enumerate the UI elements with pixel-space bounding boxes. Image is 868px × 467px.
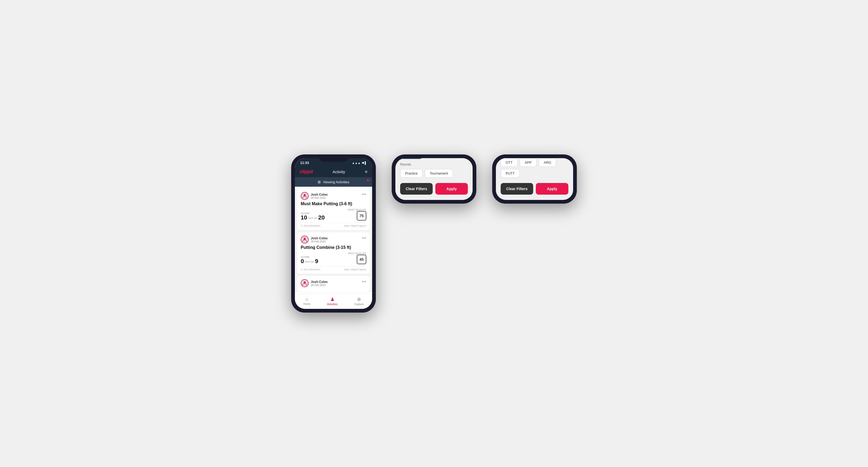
user-date-3: 28 Feb 2023 bbox=[311, 284, 328, 287]
apply-btn-2[interactable]: Apply bbox=[435, 183, 468, 195]
bottom-nav-1: ⌂ Home ♟ Activities ⊕ Capture bbox=[295, 294, 372, 309]
nav-activities-1[interactable]: ♟ Activities bbox=[327, 297, 338, 306]
apply-btn-3[interactable]: Apply bbox=[536, 183, 568, 195]
user-meta-1: Josh Coles 28 Feb 2023 bbox=[311, 193, 328, 199]
avatar-1 bbox=[301, 192, 309, 200]
phone-1-screen: 11:33 ▲▲▲ ◀ ▌ clippd Activity ≡ ⊞ Viewin… bbox=[295, 158, 372, 309]
footer-left-1: ⊙ Test Information bbox=[301, 224, 320, 227]
filter-overlay-3: Filter ✕ Show Rounds Practice Drills Pra… bbox=[496, 158, 573, 200]
card-header-1: Josh Coles 28 Feb 2023 ••• bbox=[301, 192, 366, 200]
time-1: 11:33 bbox=[300, 161, 309, 165]
footer-right-1: Data: Clippd Capture bbox=[344, 224, 366, 227]
avatar-3 bbox=[301, 279, 309, 287]
shot-quality-label-2: Shot Quality bbox=[348, 252, 366, 255]
outof-1: OUT OF bbox=[308, 217, 317, 221]
footer-left-2: ⊙ Test Information bbox=[301, 268, 320, 271]
filter-actions-2: Clear Filters Apply bbox=[395, 178, 473, 195]
viewing-bar-1[interactable]: ⊞ Viewing Activities bbox=[295, 177, 372, 187]
notch-1 bbox=[319, 154, 348, 162]
user-name-1: Josh Coles bbox=[311, 193, 328, 196]
shot-quality-badge-2: 45 bbox=[357, 255, 366, 264]
show-practice-drills-btn-2[interactable]: Practice Drills bbox=[424, 158, 455, 159]
phone-2-screen: 11:33 ▲▲▲ ◀ ▌ clippd Activity ≡ ⊞ Viewin… bbox=[395, 158, 473, 200]
phone-1: 11:33 ▲▲▲ ◀ ▌ clippd Activity ≡ ⊞ Viewin… bbox=[291, 154, 376, 313]
more-icon-3[interactable]: ••• bbox=[362, 279, 366, 284]
stat-group-score-2: Score 0 OUT OF 9 bbox=[301, 256, 318, 264]
user-info-1: Josh Coles 28 Feb 2023 bbox=[301, 192, 328, 200]
home-label-1: Home bbox=[303, 303, 310, 305]
nav-capture-1[interactable]: ⊕ Capture bbox=[354, 297, 364, 306]
shot-quality-badge-1: 75 bbox=[357, 211, 366, 221]
home-icon-1: ⌂ bbox=[306, 297, 308, 302]
card-header-3: Josh Coles 28 Feb 2023 ••• bbox=[301, 279, 366, 287]
filter-overlay-2: Filter ✕ Show Rounds Practice Drills Rou… bbox=[395, 158, 473, 200]
user-meta-2: Josh Coles 28 Feb 2023 bbox=[311, 237, 328, 243]
capture-label-1: Capture bbox=[354, 303, 364, 306]
svg-point-0 bbox=[304, 194, 306, 196]
header-title-1: Activity bbox=[333, 169, 345, 174]
rounds-practice-btn-2[interactable]: Practice bbox=[400, 169, 423, 178]
filter-sheet-3: Filter ✕ Show Rounds Practice Drills Pra… bbox=[496, 158, 573, 200]
user-meta-3: Josh Coles 28 Feb 2023 bbox=[311, 280, 328, 287]
activity-title-2: Putting Combine (3-15 ft) bbox=[301, 245, 366, 250]
card-header-2: Josh Coles 28 Feb 2023 ••• bbox=[301, 236, 366, 244]
nav-home-1[interactable]: ⌂ Home bbox=[303, 297, 310, 306]
signal-icon: ▲▲▲ bbox=[352, 161, 361, 164]
filter-actions-3: Clear Filters Apply bbox=[496, 178, 573, 195]
user-name-2: Josh Coles bbox=[311, 237, 328, 240]
activity-card-1: Josh Coles 28 Feb 2023 ••• Must Make Put… bbox=[297, 189, 370, 230]
stats-row-1: Score 10 OUT OF 20 Shot Quality 75 bbox=[301, 208, 366, 221]
drill-putt-btn-3[interactable]: PUTT bbox=[501, 169, 520, 178]
total-value-2: 9 bbox=[315, 258, 318, 264]
filter-section-drills-3: Practice Drills OTT APP ARG PUTT bbox=[496, 158, 573, 178]
svg-point-1 bbox=[304, 238, 306, 240]
app-header-1: clippd Activity ≡ bbox=[295, 166, 372, 177]
clear-filters-btn-3[interactable]: Clear Filters bbox=[501, 183, 533, 195]
activities-label-1: Activities bbox=[327, 303, 338, 306]
viewing-bar-text-1: Viewing Activities bbox=[323, 180, 349, 184]
more-icon-1[interactable]: ••• bbox=[362, 192, 366, 197]
filter-section-rounds-2: Rounds Practice Tournament bbox=[395, 159, 473, 178]
phones-container: 11:33 ▲▲▲ ◀ ▌ clippd Activity ≡ ⊞ Viewin… bbox=[291, 154, 577, 313]
show-rounds-btn-2[interactable]: Rounds bbox=[400, 158, 422, 159]
stat-group-score-1: Score 10 OUT OF 20 bbox=[301, 212, 325, 221]
wifi-icon: ◀ bbox=[362, 161, 364, 164]
rounds-toggle-group-2: Practice Tournament bbox=[400, 169, 468, 178]
red-dot-1 bbox=[367, 179, 369, 181]
card-footer-2: ⊙ Test Information Data: Clippd Capture bbox=[301, 266, 366, 271]
activity-card-2: Josh Coles 28 Feb 2023 ••• Putting Combi… bbox=[297, 232, 370, 274]
activities-icon-1: ♟ bbox=[330, 297, 335, 302]
phone-3: 11:33 ▲▲▲ ◀ ▌ clippd Activity ≡ ⊞ Viewin… bbox=[492, 154, 577, 204]
phone-3-screen: 11:33 ▲▲▲ ◀ ▌ clippd Activity ≡ ⊞ Viewin… bbox=[496, 158, 573, 200]
user-date-1: 28 Feb 2023 bbox=[311, 196, 328, 199]
user-name-3: Josh Coles bbox=[311, 280, 328, 284]
activity-list-1: Josh Coles 28 Feb 2023 ••• Must Make Put… bbox=[295, 189, 372, 292]
score-value-1: 10 bbox=[301, 215, 307, 221]
menu-icon-1[interactable]: ≡ bbox=[365, 169, 367, 174]
rounds-tournament-btn-2[interactable]: Tournament bbox=[425, 169, 453, 178]
card-footer-1: ⊙ Test Information Data: Clippd Capture bbox=[301, 223, 366, 227]
user-info-2: Josh Coles 28 Feb 2023 bbox=[301, 236, 328, 244]
total-value-1: 20 bbox=[318, 215, 324, 221]
user-info-3: Josh Coles 28 Feb 2023 bbox=[301, 279, 328, 287]
outof-2: OUT OF bbox=[305, 260, 314, 264]
activity-title-1: Must Make Putting (3-6 ft) bbox=[301, 201, 366, 206]
drill-arg-btn-3[interactable]: ARG bbox=[539, 158, 556, 167]
footer-right-2: Data: Clippd Capture bbox=[344, 268, 366, 271]
rounds-label-2: Rounds bbox=[400, 163, 468, 166]
more-icon-2[interactable]: ••• bbox=[362, 236, 366, 240]
battery-icon: ▌ bbox=[365, 161, 367, 164]
activity-card-3: Josh Coles 28 Feb 2023 ••• bbox=[297, 276, 370, 292]
stats-row-2: Score 0 OUT OF 9 Shot Quality 45 bbox=[301, 252, 366, 264]
drill-app-btn-3[interactable]: APP bbox=[520, 158, 537, 167]
score-value-2: 0 bbox=[301, 258, 304, 264]
logo-1: clippd bbox=[300, 169, 313, 175]
drill-ott-btn-3[interactable]: OTT bbox=[501, 158, 518, 167]
shot-quality-label-1: Shot Quality bbox=[348, 208, 366, 211]
drills-toggle-group-3: OTT APP ARG PUTT bbox=[501, 158, 568, 178]
clear-filters-btn-2[interactable]: Clear Filters bbox=[400, 183, 433, 195]
avatar-2 bbox=[301, 236, 309, 244]
user-date-2: 28 Feb 2023 bbox=[311, 240, 328, 243]
filter-icon-1: ⊞ bbox=[318, 180, 321, 184]
phone-2: 11:33 ▲▲▲ ◀ ▌ clippd Activity ≡ ⊞ Viewin… bbox=[392, 154, 476, 204]
